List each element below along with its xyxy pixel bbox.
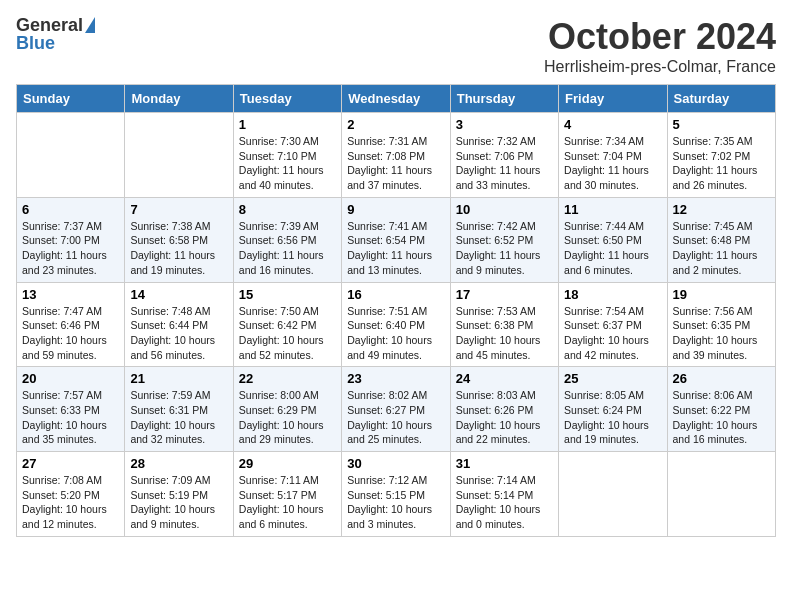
logo: General Blue: [16, 16, 95, 52]
calendar-cell: 1 Sunrise: 7:30 AMSunset: 7:10 PMDayligh…: [233, 113, 341, 198]
day-number: 11: [564, 202, 661, 217]
day-info: Sunrise: 8:02 AMSunset: 6:27 PMDaylight:…: [347, 389, 432, 445]
calendar-cell: 14 Sunrise: 7:48 AMSunset: 6:44 PMDaylig…: [125, 282, 233, 367]
day-number: 28: [130, 456, 227, 471]
calendar-cell: [17, 113, 125, 198]
day-info: Sunrise: 8:06 AMSunset: 6:22 PMDaylight:…: [673, 389, 758, 445]
calendar-cell: 28 Sunrise: 7:09 AMSunset: 5:19 PMDaylig…: [125, 452, 233, 537]
page-header: General Blue October 2024 Herrlisheim-pr…: [16, 16, 776, 76]
day-number: 26: [673, 371, 770, 386]
day-info: Sunrise: 7:37 AMSunset: 7:00 PMDaylight:…: [22, 220, 107, 276]
calendar-cell: 7 Sunrise: 7:38 AMSunset: 6:58 PMDayligh…: [125, 197, 233, 282]
calendar-cell: 11 Sunrise: 7:44 AMSunset: 6:50 PMDaylig…: [559, 197, 667, 282]
day-number: 15: [239, 287, 336, 302]
day-number: 14: [130, 287, 227, 302]
calendar-cell: 24 Sunrise: 8:03 AMSunset: 6:26 PMDaylig…: [450, 367, 558, 452]
calendar-cell: 21 Sunrise: 7:59 AMSunset: 6:31 PMDaylig…: [125, 367, 233, 452]
calendar-cell: 22 Sunrise: 8:00 AMSunset: 6:29 PMDaylig…: [233, 367, 341, 452]
day-number: 25: [564, 371, 661, 386]
day-number: 31: [456, 456, 553, 471]
calendar-week-5: 27 Sunrise: 7:08 AMSunset: 5:20 PMDaylig…: [17, 452, 776, 537]
day-number: 24: [456, 371, 553, 386]
calendar-cell: 13 Sunrise: 7:47 AMSunset: 6:46 PMDaylig…: [17, 282, 125, 367]
location: Herrlisheim-pres-Colmar, France: [544, 58, 776, 76]
calendar-cell: 17 Sunrise: 7:53 AMSunset: 6:38 PMDaylig…: [450, 282, 558, 367]
calendar-cell: 12 Sunrise: 7:45 AMSunset: 6:48 PMDaylig…: [667, 197, 775, 282]
calendar-cell: 20 Sunrise: 7:57 AMSunset: 6:33 PMDaylig…: [17, 367, 125, 452]
day-number: 3: [456, 117, 553, 132]
calendar-cell: 31 Sunrise: 7:14 AMSunset: 5:14 PMDaylig…: [450, 452, 558, 537]
calendar-cell: [125, 113, 233, 198]
day-info: Sunrise: 7:09 AMSunset: 5:19 PMDaylight:…: [130, 474, 215, 530]
logo-triangle-icon: [85, 17, 95, 33]
day-info: Sunrise: 7:35 AMSunset: 7:02 PMDaylight:…: [673, 135, 758, 191]
calendar-cell: 26 Sunrise: 8:06 AMSunset: 6:22 PMDaylig…: [667, 367, 775, 452]
day-number: 19: [673, 287, 770, 302]
calendar-cell: 2 Sunrise: 7:31 AMSunset: 7:08 PMDayligh…: [342, 113, 450, 198]
calendar-week-3: 13 Sunrise: 7:47 AMSunset: 6:46 PMDaylig…: [17, 282, 776, 367]
calendar-week-4: 20 Sunrise: 7:57 AMSunset: 6:33 PMDaylig…: [17, 367, 776, 452]
day-number: 10: [456, 202, 553, 217]
calendar-table: Sunday Monday Tuesday Wednesday Thursday…: [16, 84, 776, 537]
header-monday: Monday: [125, 85, 233, 113]
day-info: Sunrise: 7:42 AMSunset: 6:52 PMDaylight:…: [456, 220, 541, 276]
day-info: Sunrise: 7:08 AMSunset: 5:20 PMDaylight:…: [22, 474, 107, 530]
day-number: 20: [22, 371, 119, 386]
day-info: Sunrise: 8:00 AMSunset: 6:29 PMDaylight:…: [239, 389, 324, 445]
day-info: Sunrise: 7:32 AMSunset: 7:06 PMDaylight:…: [456, 135, 541, 191]
header-friday: Friday: [559, 85, 667, 113]
day-number: 1: [239, 117, 336, 132]
calendar-cell: 27 Sunrise: 7:08 AMSunset: 5:20 PMDaylig…: [17, 452, 125, 537]
title-block: October 2024 Herrlisheim-pres-Colmar, Fr…: [544, 16, 776, 76]
day-info: Sunrise: 8:05 AMSunset: 6:24 PMDaylight:…: [564, 389, 649, 445]
calendar-cell: 3 Sunrise: 7:32 AMSunset: 7:06 PMDayligh…: [450, 113, 558, 198]
day-info: Sunrise: 7:47 AMSunset: 6:46 PMDaylight:…: [22, 305, 107, 361]
day-info: Sunrise: 7:30 AMSunset: 7:10 PMDaylight:…: [239, 135, 324, 191]
calendar-cell: 15 Sunrise: 7:50 AMSunset: 6:42 PMDaylig…: [233, 282, 341, 367]
logo-blue: Blue: [16, 34, 55, 52]
day-number: 2: [347, 117, 444, 132]
month-title: October 2024: [544, 16, 776, 58]
day-info: Sunrise: 8:03 AMSunset: 6:26 PMDaylight:…: [456, 389, 541, 445]
day-info: Sunrise: 7:12 AMSunset: 5:15 PMDaylight:…: [347, 474, 432, 530]
day-info: Sunrise: 7:48 AMSunset: 6:44 PMDaylight:…: [130, 305, 215, 361]
day-info: Sunrise: 7:34 AMSunset: 7:04 PMDaylight:…: [564, 135, 649, 191]
day-number: 6: [22, 202, 119, 217]
day-number: 21: [130, 371, 227, 386]
day-info: Sunrise: 7:54 AMSunset: 6:37 PMDaylight:…: [564, 305, 649, 361]
calendar-cell: 5 Sunrise: 7:35 AMSunset: 7:02 PMDayligh…: [667, 113, 775, 198]
day-number: 8: [239, 202, 336, 217]
calendar-cell: 25 Sunrise: 8:05 AMSunset: 6:24 PMDaylig…: [559, 367, 667, 452]
day-number: 4: [564, 117, 661, 132]
day-info: Sunrise: 7:14 AMSunset: 5:14 PMDaylight:…: [456, 474, 541, 530]
day-number: 30: [347, 456, 444, 471]
day-info: Sunrise: 7:51 AMSunset: 6:40 PMDaylight:…: [347, 305, 432, 361]
calendar-cell: 30 Sunrise: 7:12 AMSunset: 5:15 PMDaylig…: [342, 452, 450, 537]
calendar-cell: 10 Sunrise: 7:42 AMSunset: 6:52 PMDaylig…: [450, 197, 558, 282]
calendar-cell: 29 Sunrise: 7:11 AMSunset: 5:17 PMDaylig…: [233, 452, 341, 537]
day-number: 13: [22, 287, 119, 302]
day-info: Sunrise: 7:45 AMSunset: 6:48 PMDaylight:…: [673, 220, 758, 276]
calendar-cell: 19 Sunrise: 7:56 AMSunset: 6:35 PMDaylig…: [667, 282, 775, 367]
day-number: 23: [347, 371, 444, 386]
day-number: 27: [22, 456, 119, 471]
day-info: Sunrise: 7:39 AMSunset: 6:56 PMDaylight:…: [239, 220, 324, 276]
day-number: 17: [456, 287, 553, 302]
day-info: Sunrise: 7:56 AMSunset: 6:35 PMDaylight:…: [673, 305, 758, 361]
day-info: Sunrise: 7:53 AMSunset: 6:38 PMDaylight:…: [456, 305, 541, 361]
day-number: 7: [130, 202, 227, 217]
header-wednesday: Wednesday: [342, 85, 450, 113]
header-sunday: Sunday: [17, 85, 125, 113]
calendar-cell: 16 Sunrise: 7:51 AMSunset: 6:40 PMDaylig…: [342, 282, 450, 367]
calendar-week-1: 1 Sunrise: 7:30 AMSunset: 7:10 PMDayligh…: [17, 113, 776, 198]
calendar-cell: [667, 452, 775, 537]
day-info: Sunrise: 7:38 AMSunset: 6:58 PMDaylight:…: [130, 220, 215, 276]
calendar-cell: 18 Sunrise: 7:54 AMSunset: 6:37 PMDaylig…: [559, 282, 667, 367]
day-number: 18: [564, 287, 661, 302]
day-info: Sunrise: 7:41 AMSunset: 6:54 PMDaylight:…: [347, 220, 432, 276]
day-number: 22: [239, 371, 336, 386]
day-number: 5: [673, 117, 770, 132]
logo-general: General: [16, 16, 83, 34]
header-thursday: Thursday: [450, 85, 558, 113]
calendar-cell: 8 Sunrise: 7:39 AMSunset: 6:56 PMDayligh…: [233, 197, 341, 282]
